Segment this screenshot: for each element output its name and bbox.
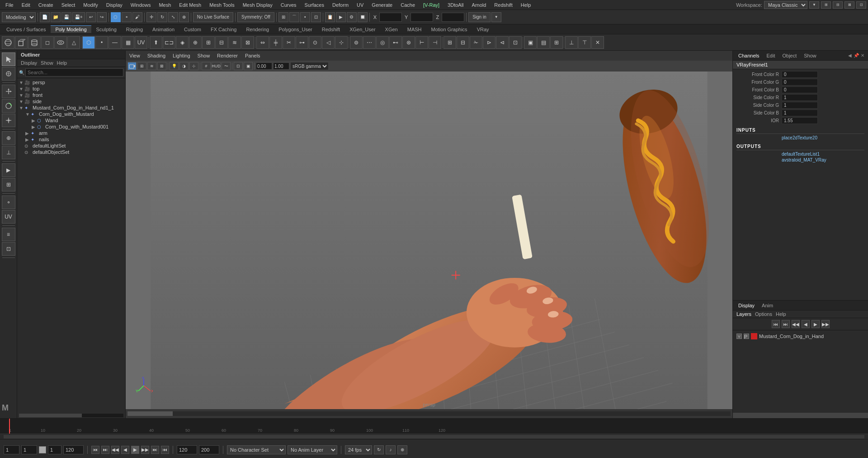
translate-tool[interactable]: [2, 85, 15, 98]
menu-modify[interactable]: Modify: [80, 1, 101, 9]
poly-torus-btn[interactable]: [54, 36, 67, 49]
help-tab[interactable]: Help: [776, 311, 786, 317]
vp-shadow-btn[interactable]: ◑: [179, 62, 189, 70]
vp-smooth-btn[interactable]: ≋: [147, 62, 156, 70]
frame-sub-input[interactable]: [48, 445, 61, 454]
anim-end2-input[interactable]: [199, 445, 219, 454]
input-node-link[interactable]: place2dTexture20: [782, 135, 817, 140]
keying-btn[interactable]: ⊕: [397, 445, 407, 454]
boolean-btn[interactable]: ⊕: [189, 36, 202, 49]
transform-btn[interactable]: ⊕: [179, 12, 189, 22]
face-mode-btn[interactable]: ▦: [122, 36, 134, 49]
frame-current-input[interactable]: [4, 445, 19, 454]
workspace-icon3[interactable]: ⊠: [844, 1, 854, 9]
layer-name-label[interactable]: Mustard_Corn_Dog_in_Hand: [759, 334, 824, 339]
tree-item-corn-dog[interactable]: ▼ ✦ Corn_Dog_with_Mustard: [17, 111, 125, 117]
crease-btn[interactable]: ⊤: [578, 36, 591, 49]
poke-btn[interactable]: ⊹: [335, 36, 348, 49]
attr-value-front-b[interactable]: [782, 86, 818, 93]
attr-value-front-r[interactable]: [782, 71, 818, 78]
uv-editor-btn[interactable]: ⊡: [509, 36, 522, 49]
tree-item-top[interactable]: ▼ 🎥 top: [17, 86, 125, 92]
attr-value-side-r[interactable]: [782, 94, 818, 101]
attr-value-front-g[interactable]: [782, 79, 818, 86]
menu-select[interactable]: Select: [58, 1, 79, 9]
rotate-tool[interactable]: [2, 99, 15, 113]
tab-sculpting[interactable]: Sculpting: [92, 26, 121, 33]
render-view-tool[interactable]: ▶: [2, 163, 15, 177]
bevel-btn[interactable]: ◈: [176, 36, 189, 49]
play-back-frame-btn[interactable]: ◀: [121, 446, 129, 454]
tree-item-arm[interactable]: ▶ ✦ arm: [17, 130, 125, 136]
no-live-surface-btn[interactable]: No Live Surface: [193, 12, 233, 22]
tab-motion-graphics[interactable]: Motion Graphics: [427, 26, 472, 33]
tree-item-obj-set[interactable]: ⊙ defaultObjectSet: [17, 149, 125, 155]
mode-dropdown[interactable]: Modeling: [2, 12, 36, 22]
wedge-btn[interactable]: ◁: [322, 36, 335, 49]
frame-marker-input[interactable]: [21, 445, 37, 454]
menu-mesh-tools[interactable]: Mesh Tools: [206, 1, 238, 9]
cut-uv-btn[interactable]: ✁: [470, 36, 482, 49]
menu-create[interactable]: Create: [35, 1, 57, 9]
save-scene-btn[interactable]: 💾: [61, 12, 71, 22]
vp-wireframe-btn[interactable]: ⊞: [137, 62, 146, 70]
pb-prev-btn[interactable]: ◀◀: [792, 320, 800, 328]
options-tab[interactable]: Options: [755, 311, 772, 317]
tab-curves-surfaces[interactable]: Curves / Surfaces: [2, 26, 50, 33]
render-settings-btn[interactable]: ⚙: [347, 12, 357, 22]
ipr-btn[interactable]: 🔲: [358, 12, 368, 22]
scale-tool[interactable]: [2, 114, 15, 127]
timeline-ruler[interactable]: 1 10 20 30 40 50 60 70 80 90 100 110 120: [0, 419, 868, 434]
rotate-btn[interactable]: ↻: [157, 12, 167, 22]
attr-value-side-b[interactable]: [782, 110, 818, 116]
play-fwd-frame-btn[interactable]: ▶▶: [141, 446, 149, 454]
loop-btn[interactable]: ↻: [374, 445, 384, 454]
lasso-btn[interactable]: ⚬: [122, 12, 132, 22]
pb-fwd-end-btn[interactable]: ⏭: [782, 320, 790, 328]
vp-view[interactable]: View: [127, 52, 142, 59]
render-btn[interactable]: ▶: [336, 12, 346, 22]
outliner-help[interactable]: Help: [57, 60, 67, 66]
poly-cone-btn[interactable]: △: [67, 36, 80, 49]
y-field[interactable]: [410, 13, 433, 22]
right-pin-btn[interactable]: 📌: [854, 53, 859, 58]
redo-btn[interactable]: ↪: [97, 12, 107, 22]
workspace-dropdown[interactable]: Maya Classic: [764, 1, 807, 9]
poly-plane-btn[interactable]: ◻: [41, 36, 54, 49]
snap-curve-btn[interactable]: ⌒: [289, 12, 299, 22]
select-tool[interactable]: [2, 52, 15, 66]
menu-edit-mesh[interactable]: Edit Mesh: [175, 1, 205, 9]
outliner-display[interactable]: Display: [21, 60, 37, 66]
uv-editor-tool[interactable]: UV: [2, 210, 15, 224]
tab-rendering[interactable]: Rendering: [241, 26, 274, 33]
paint-select-btn[interactable]: 🖌: [132, 12, 142, 22]
right-bottom-hscroll[interactable]: [733, 415, 868, 418]
z-field[interactable]: [442, 13, 464, 22]
tab-polygons-user[interactable]: Polygons_User: [274, 26, 317, 33]
attr-value-side-g[interactable]: [782, 102, 818, 109]
layers-tab[interactable]: Layers: [736, 311, 751, 317]
display-tab[interactable]: Display: [736, 302, 756, 309]
soft-select-btn[interactable]: ◎: [376, 36, 389, 49]
select-all-btn[interactable]: ⬡: [82, 36, 95, 49]
outliner-scrollbar-h[interactable]: [17, 413, 125, 418]
edge-mode-btn[interactable]: —: [108, 36, 121, 49]
workspace-icon4[interactable]: ⊡: [856, 1, 866, 9]
slide-edge-btn[interactable]: ⊢: [415, 36, 428, 49]
save-as-btn[interactable]: 💾+: [72, 12, 85, 22]
anim-start-input[interactable]: [63, 445, 84, 454]
menu-deform[interactable]: Deform: [329, 1, 352, 9]
undo-btn[interactable]: ↩: [86, 12, 96, 22]
vp-grid-btn[interactable]: #: [202, 62, 211, 70]
vp-panels[interactable]: Panels: [243, 52, 262, 59]
tab-poly-modeling[interactable]: Poly Modeling: [51, 25, 91, 33]
uv-mode-btn[interactable]: UV: [135, 36, 147, 49]
vp-texture-btn[interactable]: ⊠: [157, 62, 166, 70]
vp-lighting[interactable]: Lighting: [171, 52, 192, 59]
vertex-mode-btn[interactable]: •: [95, 36, 108, 49]
tree-item-corn-dog-001[interactable]: ▶ ⬡ Corn_Dog_with_Mustard001: [17, 124, 125, 130]
play-prev-key-btn[interactable]: ⏭: [101, 446, 109, 454]
vp-gamma-input[interactable]: [273, 62, 289, 70]
workspace-expand[interactable]: ▼: [809, 1, 819, 9]
vp-isolate-btn[interactable]: ⊡: [234, 62, 243, 70]
